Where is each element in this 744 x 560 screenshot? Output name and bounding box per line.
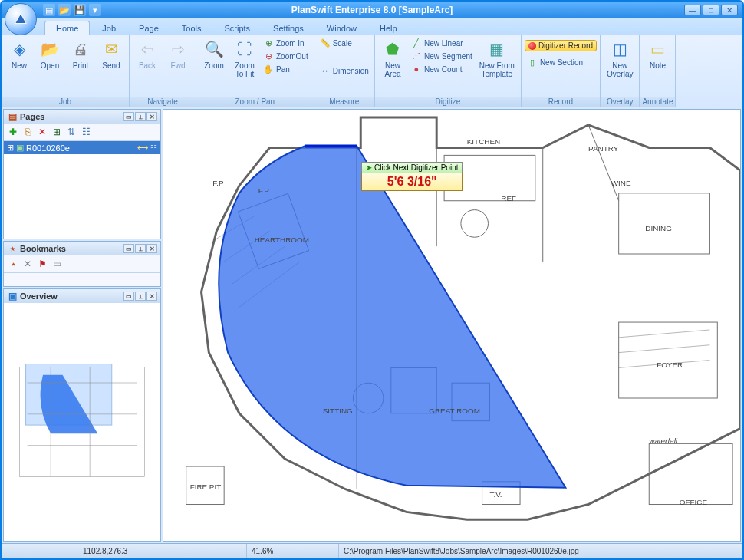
new-area-button[interactable]: ⬟New Area — [378, 37, 407, 80]
bookmarks-delete-button[interactable]: ✕ — [21, 258, 34, 270]
overview-pin-button[interactable]: ⟂ — [135, 292, 146, 301]
svg-line-4 — [588, 125, 619, 201]
digitizer-record-button[interactable]: Digitizer Record — [525, 40, 597, 51]
status-path: C:\Program Files\PlanSwift8\Jobs\SampleA… — [339, 544, 742, 558]
tab-tools[interactable]: Tools — [171, 21, 212, 35]
label-dining: DINING — [645, 224, 672, 232]
overview-dock-button[interactable]: ▭ — [123, 292, 134, 301]
send-envelope-icon: ✉ — [100, 38, 122, 60]
zoom-out-button[interactable]: ⊖ZoomOut — [261, 50, 311, 62]
new-count-button[interactable]: ●New Count — [409, 63, 475, 75]
bookmarks-icon: ⭑ — [7, 243, 18, 254]
bookmarks-dock-button[interactable]: ▭ — [123, 244, 134, 253]
new-button[interactable]: ◈New — [5, 37, 34, 71]
svg-point-9 — [461, 210, 489, 238]
close-button[interactable]: ✕ — [721, 5, 738, 15]
bookmarks-flag-button[interactable]: ⚑ — [36, 258, 48, 270]
print-button[interactable]: 🖨Print — [66, 37, 95, 71]
label-fp2: F.P — [258, 186, 270, 195]
pages-props-button[interactable]: ☷ — [80, 126, 92, 138]
label-wine: WINE — [611, 179, 631, 187]
group-digitize-label: Digitize — [375, 97, 521, 107]
tab-page[interactable]: Page — [128, 21, 170, 35]
group-job-label: Job — [2, 97, 129, 107]
note-icon: ▭ — [647, 38, 668, 60]
bookmarks-pin-button[interactable]: ⟂ — [135, 244, 146, 253]
record-dot-icon — [528, 42, 536, 50]
label-fp1: F.P — [212, 179, 224, 187]
overview-canvas[interactable] — [4, 303, 160, 541]
pages-dock-button[interactable]: ▭ — [123, 112, 134, 121]
dimension-icon: ↔ — [320, 65, 331, 76]
pan-button[interactable]: ✋Pan — [261, 63, 311, 75]
app-orb-button[interactable] — [5, 3, 37, 35]
tab-help[interactable]: Help — [369, 21, 408, 35]
label-tv: T.V. — [489, 490, 502, 499]
label-kitchen: KITCHEN — [467, 137, 500, 146]
pages-tree-item[interactable]: ⊞ ▣ R0010260e ⟷ ☷ — [4, 141, 160, 154]
maximize-button[interactable]: □ — [703, 5, 719, 15]
zoom-in-icon: ⊕ — [263, 38, 274, 48]
qat-more-button[interactable]: ▾ — [89, 4, 101, 16]
tree-expand-icon[interactable]: ⊞ — [7, 143, 14, 153]
new-overlay-button[interactable]: ◫New Overlay — [604, 37, 636, 80]
pages-export-button[interactable]: ⊞ — [51, 126, 63, 138]
group-measure-label: Measure — [314, 97, 374, 107]
scale-button[interactable]: 📏Scale — [318, 37, 371, 49]
new-icon: ◈ — [8, 38, 30, 60]
back-arrow-icon: ⇦ — [137, 38, 158, 60]
new-section-icon: ▯ — [527, 57, 538, 68]
fwd-button[interactable]: ⇨Fwd — [163, 37, 193, 71]
qat-save-button[interactable]: 💾 — [74, 4, 86, 16]
ribbon: ◈New 📂Open 🖨Print ✉Send Job ⇦Back ⇨Fwd N… — [2, 35, 742, 107]
bookmarks-close-button[interactable]: ✕ — [146, 244, 157, 253]
pages-icon: ▤ — [7, 111, 18, 122]
pages-pin-button[interactable]: ⟂ — [135, 112, 146, 121]
pages-delete-button[interactable]: ✕ — [36, 126, 48, 138]
label-foyer: FOYER — [657, 361, 683, 369]
qat-open-button[interactable]: 📂 — [58, 4, 71, 16]
bookmarks-add-button[interactable]: ⭑ — [7, 258, 19, 270]
label-waterfall: waterfall — [649, 436, 678, 445]
overlay-icon: ◫ — [609, 38, 630, 60]
group-annotate-label: Annotate — [640, 97, 675, 107]
zoom-to-fit-button[interactable]: ⛶Zoom To Fit — [230, 37, 259, 80]
label-sitting: SITTING — [323, 407, 353, 415]
new-section-button[interactable]: ▯New Section — [525, 56, 597, 68]
new-segment-icon: ⋰ — [411, 51, 422, 61]
window-title: PlanSwift Enterprise 8.0 [SampleArc] — [2, 5, 742, 15]
pages-copy-button[interactable]: ⎘ — [21, 126, 34, 138]
page-item-measure-icon[interactable]: ⟷ — [137, 143, 148, 152]
new-segment-button[interactable]: ⋰New Segment — [409, 50, 475, 62]
tab-window[interactable]: Window — [316, 21, 367, 35]
overview-close-button[interactable]: ✕ — [146, 292, 157, 301]
label-office: OFFICE — [680, 498, 708, 506]
status-coords: 1102.8,276.3 — [2, 544, 247, 558]
tab-settings[interactable]: Settings — [262, 21, 314, 35]
send-button[interactable]: ✉Send — [97, 37, 126, 71]
pages-close-button[interactable]: ✕ — [146, 112, 157, 121]
print-icon: 🖨 — [70, 38, 91, 60]
pages-sort-button[interactable]: ⇅ — [65, 126, 77, 138]
new-from-template-button[interactable]: ▦New From Template — [476, 37, 518, 80]
tab-home[interactable]: Home — [44, 21, 90, 35]
measurement-value: 5'6 3/16" — [361, 173, 463, 191]
tab-scripts[interactable]: Scripts — [213, 21, 261, 35]
bookmarks-goto-button[interactable]: ▭ — [51, 258, 63, 270]
ribbon-tabs: Home Job Page Tools Scripts Settings Win… — [2, 18, 742, 35]
back-button[interactable]: ⇦Back — [133, 37, 162, 71]
page-item-props-icon[interactable]: ☷ — [150, 143, 157, 152]
zoom-button[interactable]: 🔍Zoom — [199, 37, 229, 71]
new-linear-button[interactable]: ╱New Linear — [409, 37, 475, 49]
tab-job[interactable]: Job — [91, 21, 127, 35]
zoom-in-button[interactable]: ⊕Zoom In — [261, 37, 311, 49]
scale-ruler-icon: 📏 — [320, 38, 331, 48]
minimize-button[interactable]: — — [684, 5, 701, 15]
pages-add-button[interactable]: ✚ — [7, 126, 19, 138]
note-button[interactable]: ▭Note — [643, 37, 672, 71]
dimension-button[interactable]: ↔Dimension — [318, 64, 371, 77]
fwd-arrow-icon: ⇨ — [167, 38, 189, 60]
main-canvas[interactable]: KITCHEN PANTRY DINING HEARTHROOM SITTING… — [163, 109, 741, 542]
open-button[interactable]: 📂Open — [35, 37, 64, 71]
qat-new-button[interactable]: ▤ — [43, 4, 55, 16]
